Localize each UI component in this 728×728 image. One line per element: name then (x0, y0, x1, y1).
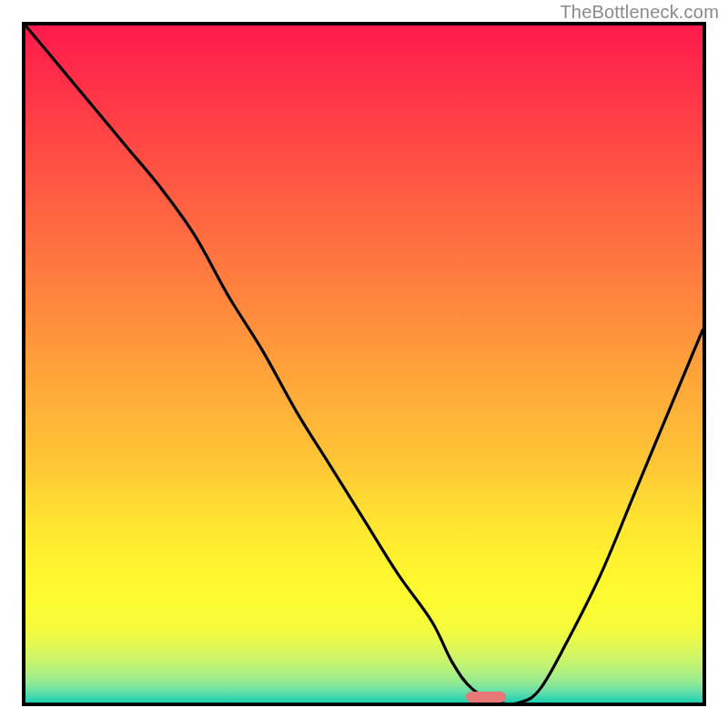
plot-area (25, 25, 703, 703)
frame-left (22, 22, 25, 706)
attribution-label: TheBottleneck.com (560, 2, 719, 23)
frame-bottom (22, 703, 706, 706)
chart-stage: TheBottleneck.com (0, 0, 728, 728)
bottleneck-curve-path (25, 25, 703, 704)
bottleneck-curve (25, 25, 703, 703)
frame-right (703, 22, 706, 706)
optimal-marker (466, 692, 507, 703)
frame-top (22, 22, 706, 25)
